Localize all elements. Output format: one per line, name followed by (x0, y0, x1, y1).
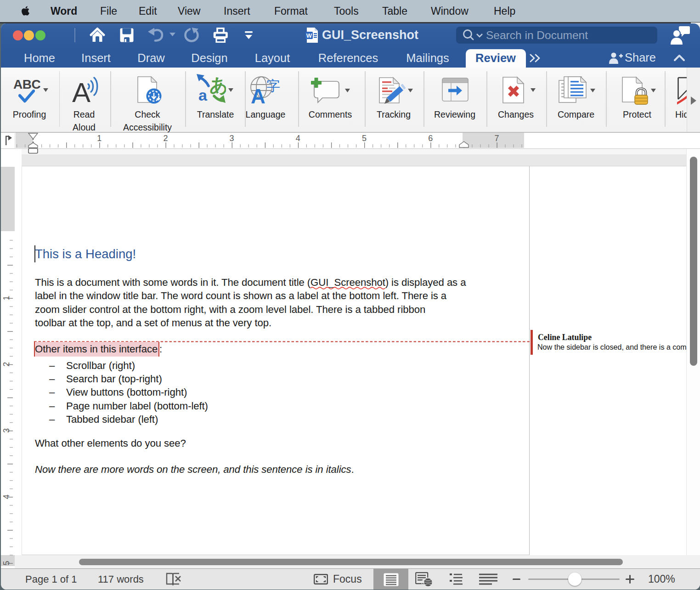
svg-text:a: a (198, 86, 208, 104)
svg-text:5: 5 (2, 561, 11, 565)
svg-text:字: 字 (266, 78, 280, 93)
svg-text:2: 2 (2, 362, 11, 367)
svg-text:4: 4 (296, 134, 300, 143)
svg-text:4: 4 (2, 494, 11, 499)
svg-text:5: 5 (362, 134, 367, 143)
svg-text:A: A (251, 85, 265, 104)
svg-text:6: 6 (428, 134, 433, 143)
svg-text:3: 3 (2, 428, 11, 433)
svg-text:3: 3 (230, 134, 234, 143)
svg-text:1: 1 (2, 296, 11, 301)
svg-text:7: 7 (494, 134, 499, 143)
svg-text:1: 1 (97, 134, 102, 143)
svg-text:W: W (306, 32, 312, 39)
svg-text:2: 2 (163, 134, 168, 143)
svg-text:あ: あ (209, 75, 226, 95)
